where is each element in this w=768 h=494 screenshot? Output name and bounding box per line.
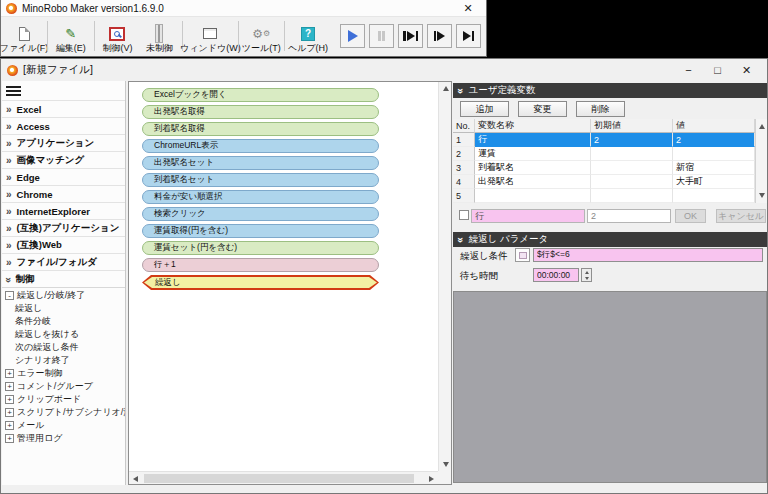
sidebar-category-control[interactable]: »制御	[2, 270, 125, 287]
tree-item-next-loop-condition[interactable]: 次の繰返し条件	[2, 341, 125, 354]
tree-item-loop[interactable]: 繰返し	[2, 302, 125, 315]
sidebar-category-file-folder[interactable]: »ファイル/フォルダ	[2, 253, 125, 270]
column-header-initial[interactable]: 初期値	[591, 119, 673, 133]
horizontal-scroll-thumb[interactable]	[144, 474, 414, 483]
ok-button[interactable]: OK	[675, 209, 706, 223]
tree-group-script-subscenario[interactable]: +スクリプト/サブシナリオ/演算	[2, 406, 125, 419]
flow-block[interactable]: ChromeURL表示	[142, 139, 379, 153]
expand-icon[interactable]: +	[5, 382, 14, 391]
variable-initial-input[interactable]	[587, 209, 671, 223]
sidebar-category-access[interactable]: »Access	[2, 117, 125, 134]
pause-button[interactable]	[369, 24, 394, 48]
tree-item-exit-loop[interactable]: 繰返しを抜ける	[2, 328, 125, 341]
table-row[interactable]: 4 出発駅名 大手町	[453, 175, 755, 189]
chevron-down-icon: »	[3, 277, 14, 282]
expand-icon[interactable]: +	[5, 408, 14, 417]
control-menu-button[interactable]: 制御(V)	[96, 18, 138, 54]
condition-builder-button[interactable]	[515, 248, 530, 262]
sidebar-category-excel[interactable]: »Excel	[2, 100, 125, 117]
tools-menu-button[interactable]: ⚙⚙ ツール(T)	[240, 18, 282, 54]
scroll-down-button[interactable]	[439, 458, 452, 471]
main-close-button[interactable]: ✕	[455, 0, 481, 16]
flow-block[interactable]: 到着駅名取得	[142, 122, 379, 136]
run-button[interactable]	[340, 24, 365, 48]
table-row[interactable]: 3 到着駅名 新宿	[453, 161, 755, 175]
table-row[interactable]: 5	[453, 189, 755, 203]
expand-icon[interactable]: +	[5, 369, 14, 378]
step-into-button[interactable]	[398, 24, 423, 48]
table-scrollbar[interactable]	[755, 119, 767, 203]
step-over-button[interactable]	[427, 24, 452, 48]
tree-group-admin-log[interactable]: +管理用ログ	[2, 432, 125, 445]
vertical-scrollbar[interactable]	[438, 82, 451, 471]
sidebar-category-compat-application[interactable]: »(互換)アプリケーション	[2, 219, 125, 236]
tree-group-mail[interactable]: +メール	[2, 419, 125, 432]
wait-time-input[interactable]	[533, 268, 579, 282]
horizontal-scrollbar[interactable]	[129, 471, 438, 484]
delete-variable-button[interactable]: 削除	[576, 101, 625, 117]
toolbar-separator	[284, 21, 285, 51]
close-button[interactable]: ✕	[732, 61, 761, 80]
stepper-down-button[interactable]	[582, 275, 591, 281]
variable-name-input[interactable]	[471, 209, 585, 223]
loop-condition-input[interactable]	[533, 248, 763, 262]
tree-item-scenario-end[interactable]: シナリオ終了	[2, 354, 125, 367]
flow-block[interactable]: 到着駅名セット	[142, 173, 379, 187]
collapse-icon[interactable]: -	[5, 291, 14, 300]
variable-checkbox[interactable]	[459, 210, 469, 220]
scroll-right-button[interactable]	[425, 472, 438, 485]
tree-group-loop-branch-end[interactable]: -繰返し/分岐/終了	[2, 289, 125, 302]
flow-block[interactable]: Excelブックを開く	[142, 88, 379, 102]
column-header-name[interactable]: 変数名称	[475, 119, 591, 133]
loop-parameters-header[interactable]: » 繰返し パラメータ	[453, 232, 767, 247]
toolbar-separator	[94, 21, 95, 51]
flow-block[interactable]: 運賃取得(円を含む)	[142, 224, 379, 238]
sidebar-category-chrome[interactable]: »Chrome	[2, 185, 125, 202]
main-window-title: MinoRobo Maker version1.6.9.0	[22, 3, 455, 14]
table-scroll-up-button[interactable]	[755, 120, 768, 133]
expand-icon[interactable]: +	[5, 421, 14, 430]
scroll-left-button[interactable]	[129, 472, 142, 485]
pause-icon	[378, 31, 381, 41]
uncontrol-toggle-button[interactable]: 未制御	[138, 18, 180, 54]
window-menu-button[interactable]: ウィンドウ(W)	[185, 18, 235, 54]
change-variable-button[interactable]: 変更	[518, 101, 567, 117]
tree-group-clipboard[interactable]: +クリップボード	[2, 393, 125, 406]
file-menu-button[interactable]: ファイル(F)	[3, 18, 45, 54]
tree-item-conditional-branch[interactable]: 条件分岐	[2, 315, 125, 328]
sidebar-category-internetexplorer[interactable]: »InternetExplorer	[2, 202, 125, 219]
sidebar-category-image-matching[interactable]: »画像マッチング	[2, 151, 125, 168]
expand-icon[interactable]: +	[5, 395, 14, 404]
minimize-button[interactable]: −	[674, 61, 703, 80]
add-variable-button[interactable]: 追加	[460, 101, 509, 117]
user-variables-header[interactable]: » ユーザ定義変数	[453, 83, 767, 98]
run-controls	[337, 18, 484, 54]
flow-block[interactable]: 検索クリック	[142, 207, 379, 221]
hamburger-menu-icon[interactable]	[2, 81, 125, 100]
scroll-up-button[interactable]	[439, 82, 452, 95]
expand-icon[interactable]: +	[5, 434, 14, 443]
tree-group-error-control[interactable]: +エラー制御	[2, 367, 125, 380]
flow-block[interactable]: 運賃セット(円を含む)	[142, 241, 379, 255]
flow-block[interactable]: 料金が安い順選択	[142, 190, 379, 204]
flow-block[interactable]: 出発駅名セット	[142, 156, 379, 170]
column-header-value[interactable]: 値	[673, 119, 755, 133]
sidebar-category-application[interactable]: »アプリケーション	[2, 134, 125, 151]
help-menu-button[interactable]: ? ヘルプ(H)	[287, 18, 329, 54]
play-icon	[348, 30, 358, 42]
table-row[interactable]: 2 運賃	[453, 147, 755, 161]
maximize-button[interactable]: □	[703, 61, 732, 80]
flow-block-loop-selected[interactable]: 繰返し	[142, 275, 379, 290]
tree-group-comment-group[interactable]: +コメント/グループ	[2, 380, 125, 393]
flow-block[interactable]: 行＋1	[142, 258, 379, 272]
table-scroll-down-button[interactable]	[755, 189, 768, 202]
toolbar-separator	[238, 21, 239, 51]
table-row[interactable]: 1 行 2 2	[453, 133, 755, 147]
edit-menu-button[interactable]: ✎ 編集(E)	[50, 18, 92, 54]
cancel-button[interactable]: キャンセル	[716, 209, 766, 223]
sidebar-category-edge[interactable]: »Edge	[2, 168, 125, 185]
chevron-down-icon: »	[455, 88, 466, 93]
flow-block[interactable]: 出発駅名取得	[142, 105, 379, 119]
sidebar-category-compat-web[interactable]: »(互換)Web	[2, 236, 125, 253]
step-stop-button[interactable]	[456, 24, 481, 48]
